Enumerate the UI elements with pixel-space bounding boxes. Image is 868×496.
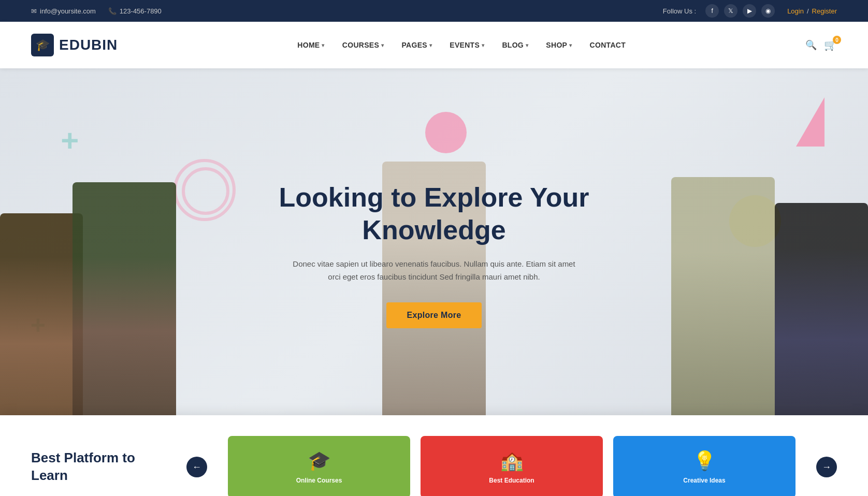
feature-cards: 🎓 Online Courses 🏫 Best Education 💡 Crea… <box>228 436 795 496</box>
feature-card-courses[interactable]: 🎓 Online Courses <box>228 436 410 496</box>
email-info: ✉ info@yoursite.com <box>31 7 96 15</box>
feature-card-education[interactable]: 🏫 Best Education <box>421 436 603 496</box>
student-left-1 <box>0 213 83 431</box>
courses-card-label: Online Courses <box>296 477 342 484</box>
hero-section: + + Looking to Explore Your Knowledge Do… <box>0 68 868 431</box>
top-bar-right: Follow Us : f 𝕏 ▶ ◉ Login / Register <box>663 4 837 18</box>
login-link[interactable]: Login <box>787 7 804 15</box>
register-link[interactable]: Register <box>812 7 837 15</box>
instagram-icon[interactable]: ◉ <box>761 4 775 18</box>
student-left-2 <box>73 182 176 431</box>
nav-actions: 🔍 🛒 0 <box>805 39 837 51</box>
nav-menu: HOME ▾ COURSES ▾ PAGES ▾ EVENTS ▾ BLOG ▾… <box>290 36 633 54</box>
auth-links: Login / Register <box>787 7 837 15</box>
cart-badge: 0 <box>833 36 841 44</box>
platform-text: Best Platform to Learn <box>31 449 166 485</box>
shop-chevron: ▾ <box>569 42 572 48</box>
pink-triangle-shape <box>796 97 824 147</box>
ideas-card-icon: 💡 <box>693 450 716 472</box>
nav-courses[interactable]: COURSES ▾ <box>335 36 392 54</box>
logo[interactable]: EDUBIN <box>31 34 118 56</box>
hero-content: Looking to Explore Your Knowledge Donec … <box>269 150 600 349</box>
home-chevron: ▾ <box>322 42 324 48</box>
nav-home[interactable]: HOME ▾ <box>290 36 332 54</box>
blog-chevron: ▾ <box>526 42 528 48</box>
student-right-2 <box>775 203 868 431</box>
youtube-icon[interactable]: ▶ <box>743 4 756 18</box>
facebook-icon[interactable]: f <box>705 4 719 18</box>
logo-icon <box>31 34 54 56</box>
education-card-label: Best Education <box>489 477 534 484</box>
cart-button[interactable]: 🛒 0 <box>824 39 837 51</box>
top-bar-contact: ✉ info@yoursite.com 📞 123-456-7890 <box>31 7 162 15</box>
phone-icon: 📞 <box>108 7 117 15</box>
logo-text: EDUBIN <box>59 37 118 53</box>
education-card-icon: 🏫 <box>500 450 524 472</box>
nav-blog[interactable]: BLOG ▾ <box>495 36 536 54</box>
courses-chevron: ▾ <box>381 42 384 48</box>
pages-chevron: ▾ <box>429 42 432 48</box>
nav-contact[interactable]: CONTACT <box>583 36 633 54</box>
nav-shop[interactable]: SHOP ▾ <box>539 36 579 54</box>
carousel-next-button[interactable]: → <box>816 457 837 477</box>
auth-separator: / <box>807 7 809 15</box>
social-icons: f 𝕏 ▶ ◉ <box>705 4 775 18</box>
ideas-card-label: Creative Ideas <box>683 477 725 484</box>
nav-pages[interactable]: PAGES ▾ <box>394 36 439 54</box>
bottom-section: Best Platform to Learn ← 🎓 Online Course… <box>0 415 868 496</box>
events-chevron: ▾ <box>482 42 484 48</box>
navbar: EDUBIN HOME ▾ COURSES ▾ PAGES ▾ EVENTS ▾… <box>0 22 868 68</box>
nav-events[interactable]: EVENTS ▾ <box>442 36 491 54</box>
student-right-1 <box>671 177 775 431</box>
follow-label: Follow Us : <box>663 7 696 15</box>
carousel-prev-button[interactable]: ← <box>186 457 207 477</box>
platform-title: Best Platform to Learn <box>31 449 166 485</box>
feature-card-ideas[interactable]: 💡 Creative Ideas <box>613 436 795 496</box>
hero-title: Looking to Explore Your Knowledge <box>279 181 589 246</box>
top-bar: ✉ info@yoursite.com 📞 123-456-7890 Follo… <box>0 0 868 22</box>
hero-subtitle: Donec vitae sapien ut libearo venenatis … <box>279 257 589 284</box>
twitter-icon[interactable]: 𝕏 <box>724 4 737 18</box>
search-button[interactable]: 🔍 <box>805 39 817 51</box>
pink-circle-shape <box>425 112 467 153</box>
courses-card-icon: 🎓 <box>308 450 331 472</box>
phone-info: 📞 123-456-7890 <box>108 7 162 15</box>
mail-icon: ✉ <box>31 7 37 15</box>
explore-more-button[interactable]: Explore More <box>386 302 482 328</box>
